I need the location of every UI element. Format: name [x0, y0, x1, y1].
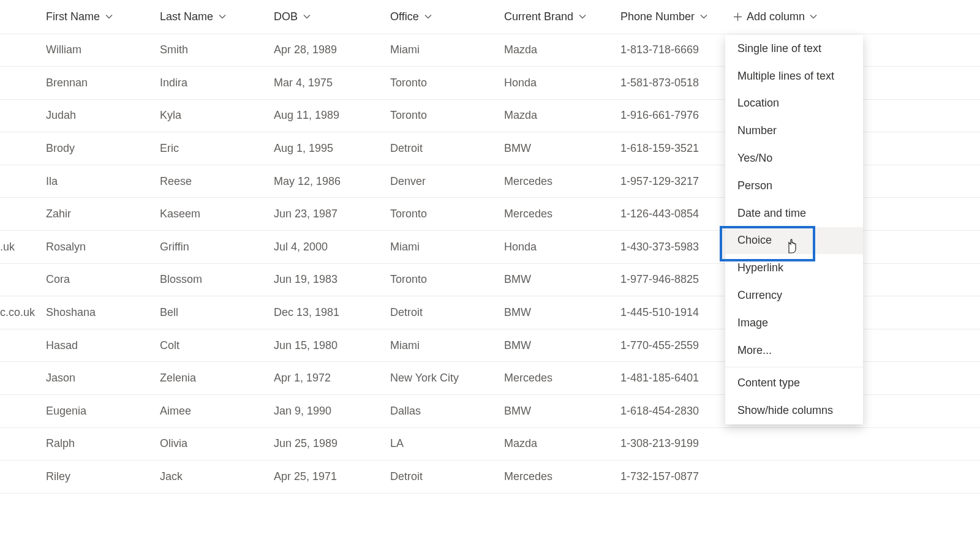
chevron-down-icon — [424, 12, 432, 21]
cell-dob: May 12, 1986 — [274, 165, 390, 198]
add-column-button[interactable]: Add column — [733, 0, 980, 34]
column-header-first-name[interactable]: First Name — [46, 0, 160, 34]
cell-phone: 1-126-443-0854 — [620, 198, 733, 231]
cell-brand: BMW — [504, 395, 620, 428]
cell-last-name: Jack — [160, 460, 274, 494]
cell-dob: Apr 25, 1971 — [274, 460, 390, 494]
menu-item-single-line[interactable]: Single line of text — [725, 35, 863, 62]
menu-item-image[interactable]: Image — [725, 309, 863, 337]
cell-first-name: Judah — [46, 99, 160, 132]
cell-brand: BMW — [504, 296, 620, 329]
column-header-current-brand[interactable]: Current Brand — [504, 0, 620, 34]
menu-item-choice[interactable]: Choice — [725, 227, 863, 255]
cell-office: Dallas — [390, 395, 504, 428]
column-header-last-name[interactable]: Last Name — [160, 0, 274, 34]
cell-dob: Jun 19, 1983 — [274, 263, 390, 296]
column-header-dob[interactable]: DOB — [274, 0, 390, 34]
column-header-phone-number[interactable]: Phone Number — [620, 0, 733, 34]
menu-item-yesno[interactable]: Yes/No — [725, 145, 863, 172]
column-header-label: Phone Number — [620, 10, 695, 23]
cell-leading — [0, 34, 46, 67]
cell-last-name: Eric — [160, 132, 274, 165]
cell-phone: 1-308-213-9199 — [620, 427, 733, 460]
cell-last-name: Indira — [160, 67, 274, 100]
menu-item-person[interactable]: Person — [725, 172, 863, 200]
cell-first-name: Shoshana — [46, 296, 160, 329]
cell-last-name: Colt — [160, 329, 274, 362]
cell-add-spacer — [733, 427, 980, 460]
cell-last-name: Blossom — [160, 263, 274, 296]
cell-phone: 1-581-873-0518 — [620, 67, 733, 100]
cell-last-name: Zelenia — [160, 362, 274, 395]
cell-office: Toronto — [390, 198, 504, 231]
cell-office: LA — [390, 427, 504, 460]
cell-add-spacer — [733, 460, 980, 494]
cell-first-name: Rosalyn — [46, 231, 160, 264]
menu-item-number[interactable]: Number — [725, 117, 863, 145]
add-column-menu: Single line of text Multiple lines of te… — [725, 35, 863, 424]
column-header-office[interactable]: Office — [390, 0, 504, 34]
cell-dob: Aug 11, 1989 — [274, 99, 390, 132]
cell-brand: Honda — [504, 231, 620, 264]
cell-dob: Jun 23, 1987 — [274, 198, 390, 231]
cell-leading — [0, 263, 46, 296]
menu-item-more[interactable]: More... — [725, 337, 863, 364]
cell-brand: BMW — [504, 132, 620, 165]
cell-last-name: Griffin — [160, 231, 274, 264]
cell-first-name: Brennan — [46, 67, 160, 100]
cell-last-name: Smith — [160, 34, 274, 67]
cell-phone: 1-430-373-5983 — [620, 231, 733, 264]
cell-leading: c.co.uk — [0, 296, 46, 329]
cell-last-name: Kyla — [160, 99, 274, 132]
menu-item-hyperlink[interactable]: Hyperlink — [725, 254, 863, 282]
cell-first-name: Riley — [46, 460, 160, 494]
cell-first-name: Ila — [46, 165, 160, 198]
cell-office: Toronto — [390, 99, 504, 132]
cell-first-name: Hasad — [46, 329, 160, 362]
cell-first-name: William — [46, 34, 160, 67]
cell-dob: Dec 13, 1981 — [274, 296, 390, 329]
cell-leading — [0, 329, 46, 362]
cell-last-name: Kaseem — [160, 198, 274, 231]
cell-phone: 1-977-946-8825 — [620, 263, 733, 296]
cell-phone: 1-916-661-7976 — [620, 99, 733, 132]
cell-leading — [0, 427, 46, 460]
cell-phone: 1-770-455-2559 — [620, 329, 733, 362]
menu-item-show-hide-columns[interactable]: Show/hide columns — [725, 397, 863, 424]
table-row[interactable]: RalphOliviaJun 25, 1989LAMazda1-308-213-… — [0, 427, 980, 460]
cell-office: Miami — [390, 329, 504, 362]
cell-office: Miami — [390, 34, 504, 67]
menu-item-content-type[interactable]: Content type — [725, 370, 863, 397]
cell-office: Detroit — [390, 296, 504, 329]
cell-phone: 1-957-129-3217 — [620, 165, 733, 198]
cell-leading — [0, 132, 46, 165]
chevron-down-icon — [303, 12, 311, 21]
menu-item-multiple-lines[interactable]: Multiple lines of text — [725, 62, 863, 90]
cell-dob: Jun 25, 1989 — [274, 427, 390, 460]
cell-leading — [0, 362, 46, 395]
cell-leading — [0, 67, 46, 100]
cell-first-name: Ralph — [46, 427, 160, 460]
cell-leading — [0, 99, 46, 132]
menu-item-currency[interactable]: Currency — [725, 282, 863, 309]
cell-office: New York City — [390, 362, 504, 395]
cell-first-name: Eugenia — [46, 395, 160, 428]
plus-icon — [733, 12, 742, 21]
cell-dob: Apr 28, 1989 — [274, 34, 390, 67]
chevron-down-icon — [809, 12, 818, 21]
cell-office: Detroit — [390, 132, 504, 165]
cell-leading — [0, 165, 46, 198]
menu-item-location[interactable]: Location — [725, 90, 863, 118]
cell-dob: Jan 9, 1990 — [274, 395, 390, 428]
menu-item-date-time[interactable]: Date and time — [725, 200, 863, 227]
chevron-down-icon — [105, 12, 113, 21]
cell-brand: Mazda — [504, 34, 620, 67]
cell-brand: Honda — [504, 67, 620, 100]
cell-office: Miami — [390, 231, 504, 264]
cell-brand: Mercedes — [504, 198, 620, 231]
cell-brand: Mazda — [504, 427, 620, 460]
cell-brand: Mercedes — [504, 362, 620, 395]
chevron-down-icon — [218, 12, 227, 21]
table-row[interactable]: RileyJackApr 25, 1971DetroitMercedes1-73… — [0, 460, 980, 494]
cell-dob: Jul 4, 2000 — [274, 231, 390, 264]
